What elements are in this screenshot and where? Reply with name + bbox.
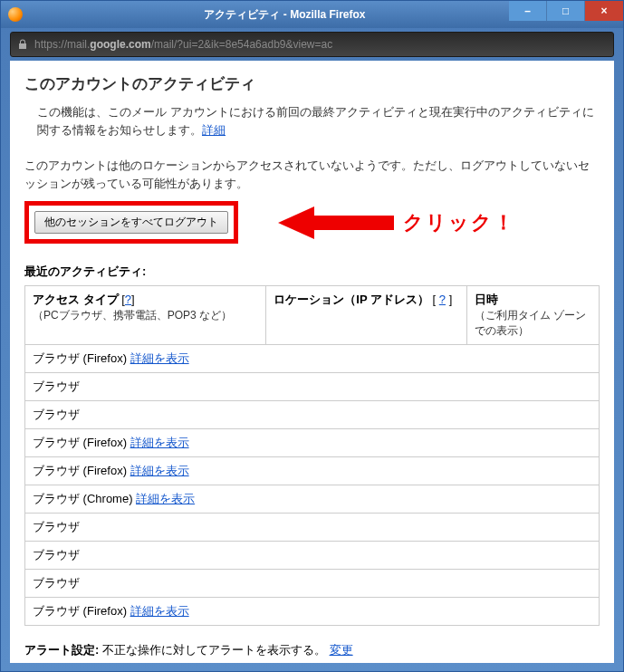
alert-change-link[interactable]: 変更 [330,643,353,657]
access-type-cell: ブラウザ (Chrome) 詳細を表示 [25,485,600,514]
help-link-location[interactable]: ? [439,293,446,306]
annotation-highlight-box: 他のセッションをすべてログアウト [24,201,238,244]
table-row: ブラウザ (Firefox) 詳細を表示 [25,598,600,626]
access-type-cell: ブラウザ [25,514,600,542]
access-type-cell: ブラウザ [25,542,600,570]
col-datetime: 日時 （ご利用タイム ゾーンでの表示） [467,286,600,345]
intro-text: この機能は、このメール アカウントにおける前回の最終アクティビティと現在実行中の… [24,103,600,139]
access-type-cell: ブラウザ [25,570,600,598]
table-row: ブラウザ [25,570,600,598]
access-type-cell: ブラウザ (Firefox) 詳細を表示 [25,345,600,373]
table-row: ブラウザ [25,401,600,429]
firefox-icon [8,7,23,22]
svg-marker-0 [278,206,394,239]
titlebar: アクティビティ - Mozilla Firefox – □ × [1,1,623,28]
maximize-button[interactable]: □ [547,1,585,21]
status-text: このアカウントは他のロケーションからアクセスされていないようです。ただし、ログア… [24,157,600,192]
col-access-type: アクセス タイプ [?] （PCブラウザ、携帯電話、POP3 など） [25,286,266,345]
table-row: ブラウザ (Firefox) 詳細を表示 [25,345,600,373]
page-content: このアカウントのアクティビティ この機能は、このメール アカウントにおける前回の… [10,61,614,663]
show-details-link[interactable]: 詳細を表示 [130,351,189,365]
show-details-link[interactable]: 詳細を表示 [130,436,189,449]
page-title: このアカウントのアクティビティ [24,73,600,94]
show-details-link[interactable]: 詳細を表示 [130,464,189,477]
table-row: ブラウザ (Firefox) 詳細を表示 [25,457,600,485]
logout-all-sessions-button[interactable]: 他のセッションをすべてログアウト [34,211,228,234]
help-link-access-type[interactable]: ? [125,293,131,306]
close-button[interactable]: × [585,1,623,21]
lock-icon [16,38,29,51]
table-row: ブラウザ (Chrome) 詳細を表示 [25,485,600,514]
window-buttons: – □ × [509,1,623,21]
recent-activity-label: 最近のアクティビティ: [24,264,600,280]
url-bar-container: https://mail.google.com/mail/?ui=2&ik=8e… [10,32,614,57]
show-details-link[interactable]: 詳細を表示 [130,604,189,618]
details-link[interactable]: 詳細 [202,123,226,137]
table-row: ブラウザ (Firefox) 詳細を表示 [25,429,600,457]
access-type-cell: ブラウザ (Firefox) 詳細を表示 [25,429,600,457]
col-location: ロケーション（IP アドレス） [ ? ] [266,286,467,345]
access-type-cell: ブラウザ [25,373,600,401]
access-type-cell: ブラウザ [25,401,600,429]
alert-settings-row: アラート設定: 不正な操作に対してアラートを表示する。 変更 [24,642,600,658]
alert-settings-label: アラート設定: [24,643,99,657]
show-details-link[interactable]: 詳細を表示 [136,492,195,505]
firefox-window: アクティビティ - Mozilla Firefox – □ × https://… [0,0,624,672]
table-header-row: アクセス タイプ [?] （PCブラウザ、携帯電話、POP3 など） ロケーショ… [25,286,600,345]
click-annotation: クリック！ [403,209,515,236]
activity-table: アクセス タイプ [?] （PCブラウザ、携帯電話、POP3 など） ロケーショ… [24,285,600,626]
access-type-cell: ブラウザ (Firefox) 詳細を表示 [25,598,600,626]
arrow-icon [278,206,396,239]
minimize-button[interactable]: – [509,1,547,21]
table-row: ブラウザ [25,514,600,542]
access-type-cell: ブラウザ (Firefox) 詳細を表示 [25,457,600,485]
annotation-arrow: クリック！ [278,206,515,239]
url-bar[interactable]: https://mail.google.com/mail/?ui=2&ik=8e… [10,32,614,57]
logout-row: 他のセッションをすべてログアウト クリック！ [24,201,600,244]
url-text: https://mail.google.com/mail/?ui=2&ik=8e… [34,38,608,51]
table-row: ブラウザ [25,373,600,401]
table-row: ブラウザ [25,542,600,570]
